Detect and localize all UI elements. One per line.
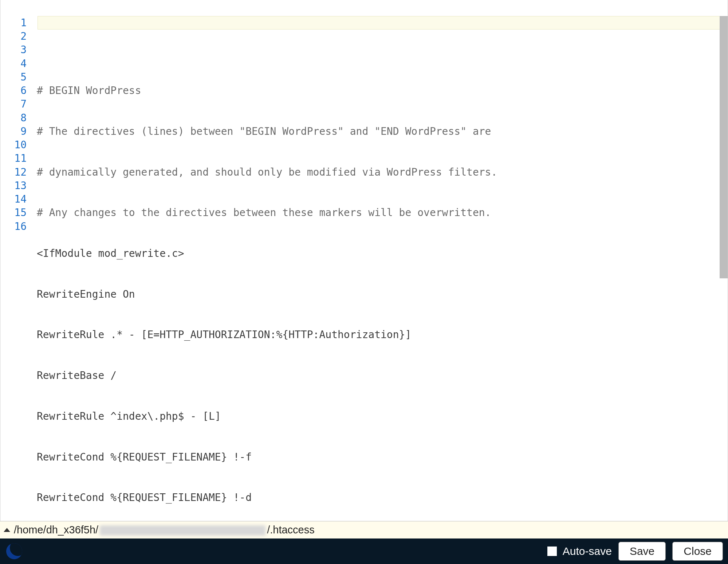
close-button[interactable]: Close [672, 542, 723, 561]
line-number: 4 [0, 57, 37, 70]
line-number: 8 [0, 111, 37, 125]
code-line: RewriteCond %{REQUEST_FILENAME} !-f [37, 450, 728, 464]
auto-save-checkbox[interactable] [547, 547, 557, 556]
editor-container: 1 2 3 4 5 6 7 8 9 10 11 12 13 14 15 16 # [0, 0, 728, 521]
line-number: 16 [0, 220, 37, 233]
file-path-bar[interactable]: /home/dh_x36f5h//.htaccess [0, 521, 728, 538]
code-text-area[interactable]: # BEGIN WordPress # The directives (line… [37, 0, 728, 521]
vertical-scrollbar-thumb[interactable] [720, 16, 728, 278]
line-number: 12 [0, 165, 37, 179]
app-root: 1 2 3 4 5 6 7 8 9 10 11 12 13 14 15 16 # [0, 0, 728, 564]
code-line: # Any changes to the directives between … [37, 206, 728, 219]
code-line: RewriteRule ^index\.php$ - [L] [37, 410, 728, 423]
bottom-toolbar: Auto-save Save Close [0, 538, 728, 564]
line-number: 5 [0, 70, 37, 84]
file-path-suffix: /.htaccess [267, 524, 315, 536]
line-number: 2 [0, 30, 37, 43]
vertical-scrollbar-track[interactable] [720, 0, 728, 521]
code-line: # dynamically generated, and should only… [37, 165, 728, 179]
file-path-text: /home/dh_x36f5h//.htaccess [14, 524, 315, 536]
line-number: 11 [0, 152, 37, 165]
line-number: 14 [0, 192, 37, 206]
line-number: 6 [0, 84, 37, 97]
active-line-highlight [38, 16, 728, 30]
code-line: <IfModule mod_rewrite.c> [37, 247, 728, 260]
line-number-gutter: 1 2 3 4 5 6 7 8 9 10 11 12 13 14 15 16 [0, 0, 37, 521]
moon-icon [5, 542, 23, 560]
line-number: 10 [0, 138, 37, 152]
line-number: 13 [0, 179, 37, 192]
file-path-redacted [100, 525, 265, 536]
auto-save-label: Auto-save [563, 545, 612, 557]
auto-save-toggle[interactable]: Auto-save [547, 545, 612, 557]
save-button[interactable]: Save [618, 542, 666, 561]
line-number: 9 [0, 125, 37, 138]
code-editor[interactable]: 1 2 3 4 5 6 7 8 9 10 11 12 13 14 15 16 # [0, 0, 728, 521]
line-number: 1 [0, 16, 37, 30]
theme-toggle[interactable] [5, 542, 23, 560]
code-line: # The directives (lines) between "BEGIN … [37, 125, 728, 138]
code-line: RewriteBase / [37, 369, 728, 382]
code-line: # BEGIN WordPress [37, 84, 728, 97]
line-number: 3 [0, 43, 37, 56]
code-line: RewriteRule .* - [E=HTTP_AUTHORIZATION:%… [37, 328, 728, 341]
file-path-prefix: /home/dh_x36f5h/ [14, 524, 98, 536]
line-number: 7 [0, 97, 37, 111]
code-line: RewriteEngine On [37, 287, 728, 301]
collapse-caret-icon[interactable] [4, 528, 10, 532]
code-line: RewriteCond %{REQUEST_FILENAME} !-d [37, 491, 728, 504]
line-number: 15 [0, 206, 37, 219]
